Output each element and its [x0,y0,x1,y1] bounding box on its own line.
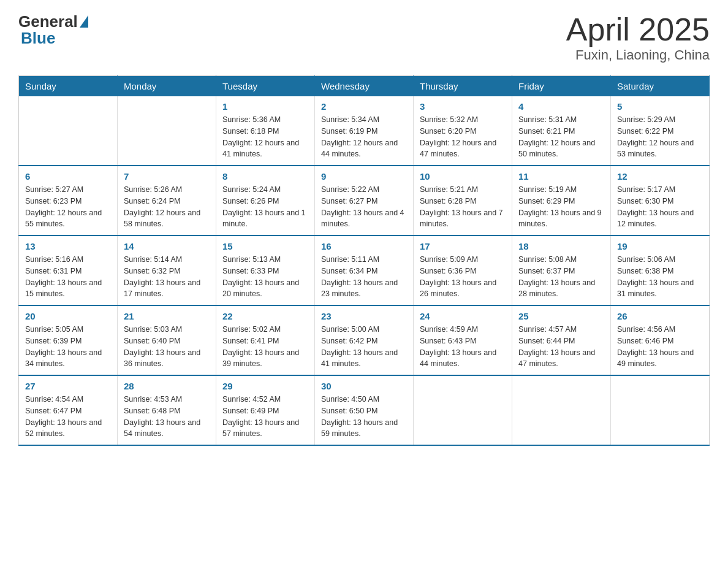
day-info: Sunrise: 5:08 AMSunset: 6:37 PMDaylight:… [518,254,604,300]
day-number: 7 [124,171,210,182]
day-info: Sunrise: 5:16 AMSunset: 6:31 PMDaylight:… [25,254,111,300]
table-row: 25Sunrise: 4:57 AMSunset: 6:44 PMDayligh… [512,305,611,375]
table-row: 3Sunrise: 5:32 AMSunset: 6:20 PMDaylight… [414,96,512,166]
day-number: 10 [420,171,506,182]
calendar-week-row: 13Sunrise: 5:16 AMSunset: 6:31 PMDayligh… [19,236,710,305]
col-sunday: Sunday [19,76,118,97]
day-number: 1 [222,101,308,112]
day-info: Sunrise: 4:50 AMSunset: 6:50 PMDaylight:… [321,394,407,440]
table-row: 6Sunrise: 5:27 AMSunset: 6:23 PMDaylight… [19,166,118,236]
day-info: Sunrise: 4:57 AMSunset: 6:44 PMDaylight:… [518,324,604,370]
day-number: 26 [617,311,703,321]
col-friday: Friday [512,76,611,97]
table-row [611,375,710,445]
day-info: Sunrise: 5:34 AMSunset: 6:19 PMDaylight:… [321,114,407,160]
table-row: 11Sunrise: 5:19 AMSunset: 6:29 PMDayligh… [512,166,611,236]
day-number: 24 [420,311,506,321]
table-row [414,375,512,445]
page-title: April 2025 [566,12,710,47]
calendar-week-row: 20Sunrise: 5:05 AMSunset: 6:39 PMDayligh… [19,305,710,375]
day-number: 12 [617,171,703,182]
day-number: 19 [617,241,703,251]
table-row: 29Sunrise: 4:52 AMSunset: 6:49 PMDayligh… [216,375,315,445]
day-info: Sunrise: 5:21 AMSunset: 6:28 PMDaylight:… [420,184,506,230]
page-header: General Blue April 2025 Fuxin, Liaoning,… [18,12,710,63]
table-row: 10Sunrise: 5:21 AMSunset: 6:28 PMDayligh… [414,166,512,236]
day-info: Sunrise: 4:52 AMSunset: 6:49 PMDaylight:… [222,394,308,440]
table-row: 14Sunrise: 5:14 AMSunset: 6:32 PMDayligh… [118,236,216,305]
col-monday: Monday [118,76,216,97]
day-info: Sunrise: 5:22 AMSunset: 6:27 PMDaylight:… [321,184,407,230]
day-info: Sunrise: 5:24 AMSunset: 6:26 PMDaylight:… [222,184,308,230]
day-number: 20 [25,311,111,321]
day-number: 27 [25,381,111,391]
col-saturday: Saturday [611,76,710,97]
day-info: Sunrise: 5:32 AMSunset: 6:20 PMDaylight:… [420,114,506,160]
table-row: 30Sunrise: 4:50 AMSunset: 6:50 PMDayligh… [315,375,414,445]
day-number: 23 [321,311,407,321]
table-row [118,96,216,166]
day-number: 6 [25,171,111,182]
table-row: 7Sunrise: 5:26 AMSunset: 6:24 PMDaylight… [118,166,216,236]
calendar-week-row: 27Sunrise: 4:54 AMSunset: 6:47 PMDayligh… [19,375,710,445]
table-row: 4Sunrise: 5:31 AMSunset: 6:21 PMDaylight… [512,96,611,166]
table-row: 16Sunrise: 5:11 AMSunset: 6:34 PMDayligh… [315,236,414,305]
day-number: 2 [321,101,407,112]
day-info: Sunrise: 5:29 AMSunset: 6:22 PMDaylight:… [617,114,703,160]
table-row: 20Sunrise: 5:05 AMSunset: 6:39 PMDayligh… [19,305,118,375]
table-row: 24Sunrise: 4:59 AMSunset: 6:43 PMDayligh… [414,305,512,375]
calendar-week-row: 1Sunrise: 5:36 AMSunset: 6:18 PMDaylight… [19,96,710,166]
logo-blue-text: Blue [18,29,55,48]
table-row [512,375,611,445]
day-info: Sunrise: 5:09 AMSunset: 6:36 PMDaylight:… [420,254,506,300]
day-info: Sunrise: 5:31 AMSunset: 6:21 PMDaylight:… [518,114,604,160]
col-tuesday: Tuesday [216,76,315,97]
day-number: 25 [518,311,604,321]
day-number: 14 [124,241,210,251]
day-number: 3 [420,101,506,112]
table-row: 1Sunrise: 5:36 AMSunset: 6:18 PMDaylight… [216,96,315,166]
day-number: 9 [321,171,407,182]
day-number: 30 [321,381,407,391]
calendar-table: Sunday Monday Tuesday Wednesday Thursday… [18,75,710,446]
day-info: Sunrise: 5:14 AMSunset: 6:32 PMDaylight:… [124,254,210,300]
day-number: 28 [124,381,210,391]
day-info: Sunrise: 4:59 AMSunset: 6:43 PMDaylight:… [420,324,506,370]
day-info: Sunrise: 5:02 AMSunset: 6:41 PMDaylight:… [222,324,308,370]
day-number: 22 [222,311,308,321]
calendar-header-row: Sunday Monday Tuesday Wednesday Thursday… [19,76,710,97]
day-info: Sunrise: 5:26 AMSunset: 6:24 PMDaylight:… [124,184,210,230]
day-info: Sunrise: 5:06 AMSunset: 6:38 PMDaylight:… [617,254,703,300]
day-number: 13 [25,241,111,251]
day-info: Sunrise: 5:03 AMSunset: 6:40 PMDaylight:… [124,324,210,370]
table-row: 5Sunrise: 5:29 AMSunset: 6:22 PMDaylight… [611,96,710,166]
day-number: 11 [518,171,604,182]
day-info: Sunrise: 5:36 AMSunset: 6:18 PMDaylight:… [222,114,308,160]
title-area: April 2025 Fuxin, Liaoning, China [566,12,710,63]
table-row: 8Sunrise: 5:24 AMSunset: 6:26 PMDaylight… [216,166,315,236]
table-row: 27Sunrise: 4:54 AMSunset: 6:47 PMDayligh… [19,375,118,445]
day-info: Sunrise: 5:17 AMSunset: 6:30 PMDaylight:… [617,184,703,230]
day-info: Sunrise: 4:53 AMSunset: 6:48 PMDaylight:… [124,394,210,440]
day-number: 5 [617,101,703,112]
calendar-week-row: 6Sunrise: 5:27 AMSunset: 6:23 PMDaylight… [19,166,710,236]
table-row: 18Sunrise: 5:08 AMSunset: 6:37 PMDayligh… [512,236,611,305]
day-info: Sunrise: 4:54 AMSunset: 6:47 PMDaylight:… [25,394,111,440]
day-number: 15 [222,241,308,251]
logo: General Blue [18,12,88,48]
day-info: Sunrise: 5:19 AMSunset: 6:29 PMDaylight:… [518,184,604,230]
day-number: 17 [420,241,506,251]
table-row: 9Sunrise: 5:22 AMSunset: 6:27 PMDaylight… [315,166,414,236]
day-info: Sunrise: 5:11 AMSunset: 6:34 PMDaylight:… [321,254,407,300]
table-row: 2Sunrise: 5:34 AMSunset: 6:19 PMDaylight… [315,96,414,166]
day-info: Sunrise: 5:27 AMSunset: 6:23 PMDaylight:… [25,184,111,230]
table-row: 13Sunrise: 5:16 AMSunset: 6:31 PMDayligh… [19,236,118,305]
table-row: 23Sunrise: 5:00 AMSunset: 6:42 PMDayligh… [315,305,414,375]
day-info: Sunrise: 4:56 AMSunset: 6:46 PMDaylight:… [617,324,703,370]
logo-triangle-icon [80,15,88,28]
table-row: 28Sunrise: 4:53 AMSunset: 6:48 PMDayligh… [118,375,216,445]
col-thursday: Thursday [414,76,512,97]
col-wednesday: Wednesday [315,76,414,97]
day-info: Sunrise: 5:13 AMSunset: 6:33 PMDaylight:… [222,254,308,300]
day-info: Sunrise: 5:05 AMSunset: 6:39 PMDaylight:… [25,324,111,370]
